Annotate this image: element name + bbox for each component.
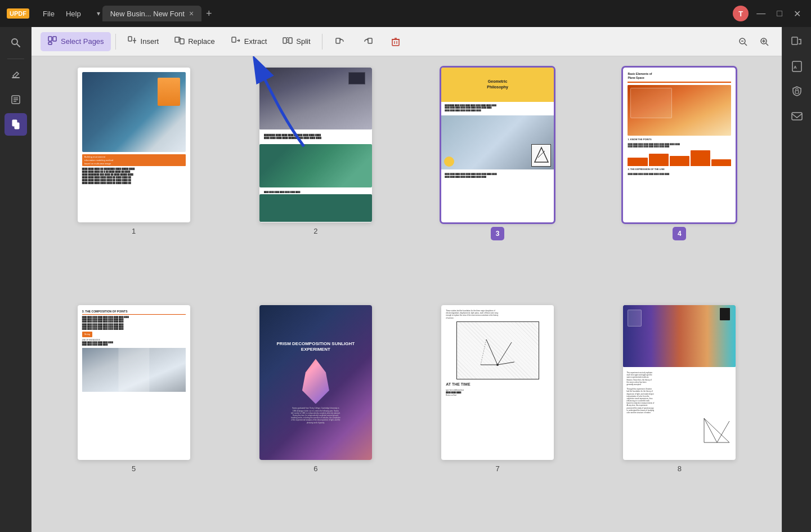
svg-line-1 (17, 44, 20, 47)
p3-image (441, 115, 554, 169)
toolbar-end (734, 33, 773, 50)
page-badge-4: 4 (673, 227, 686, 240)
select-pages-icon (47, 35, 57, 48)
titlebar-controls: T — □ ✕ (733, 6, 804, 21)
select-pages-label: Select Pages (61, 37, 104, 46)
menu-help[interactable]: Help (61, 7, 86, 20)
zoom-out-button[interactable] (734, 33, 751, 50)
svg-rect-22 (368, 38, 372, 43)
svg-line-37 (486, 339, 498, 365)
sidebar-divider-1 (7, 59, 24, 59)
right-convert-icon[interactable] (787, 32, 807, 52)
svg-line-28 (745, 43, 747, 46)
svg-rect-47 (792, 37, 797, 44)
content-area: Select Pages Insert (32, 27, 782, 532)
zoom-in-button[interactable] (756, 33, 773, 50)
page-number-8: 8 (678, 464, 682, 473)
user-avatar[interactable]: T (733, 6, 749, 21)
p4-title: Basic Elements ofPlane Space (628, 72, 731, 80)
p4-bar-chart (628, 149, 731, 166)
p2-image-bot (259, 194, 372, 222)
svg-line-36 (498, 342, 512, 365)
split-button[interactable]: Split (276, 32, 317, 51)
close-button[interactable]: ✕ (790, 8, 804, 19)
replace-button[interactable]: Replace (168, 32, 222, 51)
svg-rect-17 (232, 37, 236, 42)
svg-rect-21 (336, 38, 340, 43)
tab-close-button[interactable]: × (189, 9, 194, 18)
p5-text: ████ ████ ████ ████ ████ ████ ████ ████ … (82, 316, 186, 330)
page-item-6: PRISM DECOMPOSITION SUNLIGHT EXPERIMENT … (236, 305, 395, 521)
p5-text-2: LINE OF KNOWLEDGE████ ████ ████ ████ ███… (82, 339, 186, 346)
p5-string-label: String (82, 332, 92, 337)
p4-image (628, 85, 731, 136)
right-pdfa-icon[interactable]: A (787, 56, 807, 77)
page-thumb-1-content: Building environmentinformation modeling… (78, 68, 190, 222)
p8-text-1: This experiment can truly replicateeach … (626, 372, 732, 386)
app-logo[interactable]: UPDF (7, 8, 29, 19)
page-thumb-2-content: ████████ ████ ████ ████ ██████ ████ ████… (259, 68, 372, 222)
p1-title: Building environmentinformation modeling… (82, 154, 186, 166)
sidebar-pages-icon[interactable] (5, 113, 27, 136)
tab-bar: ▾ New Busin... New Font × + (95, 6, 729, 21)
p5-image (82, 348, 186, 392)
page-thumb-2[interactable]: ████████ ████ ████ ████ ██████ ████ ████… (259, 68, 372, 222)
page-thumb-7-content: These studies laid the foundation for th… (441, 305, 554, 460)
p6-crystal-shape (299, 359, 333, 404)
svg-rect-9 (48, 37, 52, 41)
page-thumb-8[interactable]: This experiment can truly replicateeach … (623, 305, 736, 460)
svg-text:A: A (794, 65, 797, 70)
page-item-8: This experiment can truly replicateeach … (600, 305, 759, 521)
page-thumb-7[interactable]: These studies laid the foundation for th… (441, 305, 554, 460)
p3-text-2: ████ ████ ████ ████ ████ ████ ████ ████ … (445, 173, 550, 178)
svg-rect-10 (53, 37, 56, 41)
svg-rect-19 (289, 38, 292, 43)
main-layout: Select Pages Insert (0, 27, 811, 532)
sidebar-search-icon[interactable] (5, 32, 27, 54)
svg-rect-16 (180, 39, 184, 44)
page-thumb-6-bg: PRISM DECOMPOSITION SUNLIGHT EXPERIMENT … (259, 305, 372, 460)
page-item-1: Building environmentinformation modeling… (54, 68, 213, 288)
sidebar-edit-icon[interactable] (5, 64, 27, 86)
p8-image-top (623, 305, 736, 367)
maximize-button[interactable]: □ (773, 8, 786, 19)
page-thumb-4-content: Basic Elements ofPlane Space 1. KNOW THE… (623, 68, 736, 222)
select-pages-button[interactable]: Select Pages (41, 32, 111, 51)
menu-file[interactable]: File (38, 7, 59, 20)
tab-title: New Busin... New Font (110, 10, 185, 18)
page-thumb-5[interactable]: 3. THE COMPOSITION OF POINTS ████ ████ █… (78, 305, 190, 460)
minimize-button[interactable]: — (753, 8, 769, 19)
page-thumb-1[interactable]: Building environmentinformation modeling… (78, 68, 190, 222)
tab-arrow-icon[interactable]: ▾ (95, 10, 102, 17)
page-thumb-6[interactable]: PRISM DECOMPOSITION SUNLIGHT EXPERIMENT … (259, 305, 372, 460)
p6-text: Sarina graduated from Trinity College, C… (291, 407, 340, 423)
rotate-left-button[interactable] (327, 32, 353, 51)
replace-icon (174, 35, 185, 48)
page-number-1: 1 (132, 227, 136, 235)
svg-point-40 (496, 364, 499, 366)
insert-button[interactable]: Insert (120, 32, 166, 51)
p7-text-top: These studies laid the foundation for th… (446, 310, 549, 319)
svg-rect-2 (12, 77, 20, 78)
svg-marker-33 (535, 147, 548, 162)
svg-rect-8 (15, 123, 19, 129)
extract-button[interactable]: Extract (224, 32, 274, 51)
svg-rect-11 (48, 42, 52, 44)
right-mail-icon[interactable] (787, 106, 807, 126)
right-protect-icon[interactable] (787, 81, 807, 101)
page-thumb-3[interactable]: GeometricPhilosophy ████████ ████ ████ █… (441, 68, 554, 222)
active-tab[interactable]: New Busin... New Font × (102, 6, 201, 21)
tab-add-button[interactable]: + (201, 8, 217, 20)
page-thumb-8-content: This experiment can truly replicateeach … (623, 305, 736, 460)
svg-line-32 (766, 43, 768, 46)
page-thumb-4[interactable]: Basic Elements ofPlane Space 1. KNOW THE… (623, 68, 736, 222)
delete-button[interactable] (383, 33, 408, 51)
p2-image-top (259, 68, 372, 129)
svg-rect-18 (283, 38, 286, 43)
svg-rect-23 (392, 39, 399, 46)
svg-rect-50 (795, 91, 799, 93)
p3-circle (444, 157, 454, 167)
rotate-right-button[interactable] (355, 32, 381, 51)
p7-diagram (456, 321, 539, 380)
sidebar-annotate-icon[interactable] (5, 88, 27, 111)
